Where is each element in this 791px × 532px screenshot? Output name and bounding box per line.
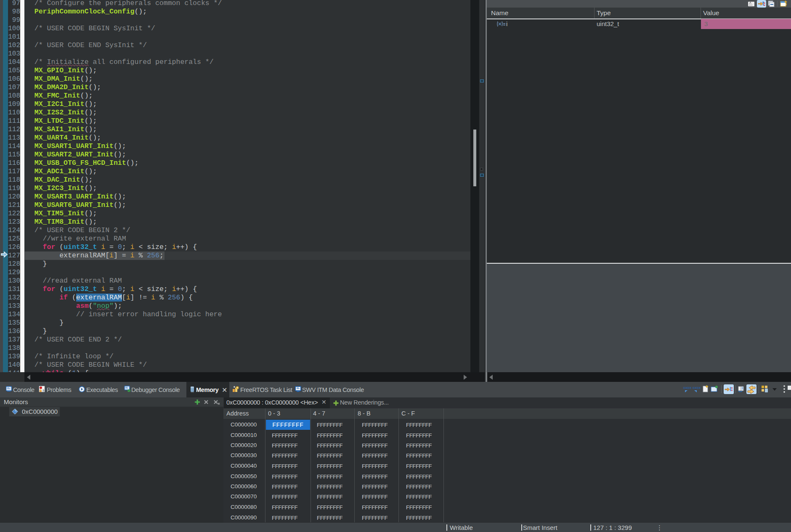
svg-text:0X0X: 0X0X [693, 386, 701, 390]
svg-text:0X0X: 0X0X [683, 386, 692, 390]
